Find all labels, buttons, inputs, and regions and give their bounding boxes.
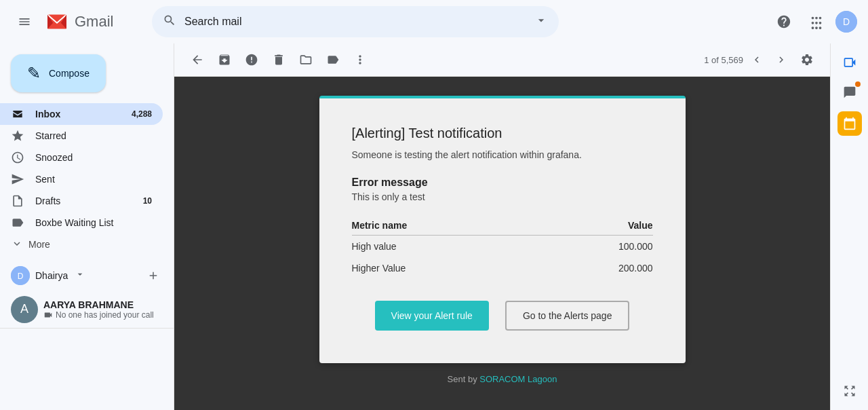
email-body: [Alerting] Test notification Someone is … [174,77,830,410]
topbar-left: Gmail [11,8,146,35]
table-row: High value100.000 [352,236,653,258]
settings-button[interactable] [795,49,819,71]
add-account-button[interactable] [144,266,163,285]
sidebar: ✎ Compose Inbox 4,288 Starred Snoozed [0,43,174,410]
more-options-button[interactable] [348,49,372,71]
error-label: Error message [352,176,653,189]
email-list-item[interactable]: A AARYA BRAHMANE No one has joined your … [0,291,174,329]
chat-button[interactable] [836,79,863,106]
gmail-wordmark: Gmail [75,13,113,31]
prev-page-button[interactable] [746,49,768,71]
sidebar-item-boxbe[interactable]: Boxbe Waiting List [0,212,163,234]
sidebar-item-snoozed[interactable]: Snoozed [0,147,163,168]
inbox-label: Inbox [35,109,121,119]
sidebar-item-inbox[interactable]: Inbox 4,288 [0,103,163,125]
drafts-label: Drafts [35,195,132,206]
meet-button[interactable] [836,49,863,76]
expand-button[interactable] [836,377,863,405]
email-preview: No one has joined your call [43,310,163,320]
sidebar-item-starred[interactable]: Starred [0,125,163,147]
user-name: Dhairya [35,270,68,281]
email-sender-avatar: A [11,296,38,323]
sent-by-link[interactable]: SORACOM Lagoon [479,374,557,384]
metric-value-cell: 100.000 [538,236,653,258]
more-label: More [28,239,50,250]
content-area: 1 of 5,569 [Alerting] Test notification … [174,43,830,410]
drafts-badge: 10 [143,196,152,206]
email-sender-name: AARYA BRAHMANE [43,299,163,310]
compose-plus-icon: ✎ [27,65,41,81]
main-layout: ✎ Compose Inbox 4,288 Starred Snoozed [0,43,868,410]
btn-row: View your Alert rule Go to the Alerts pa… [352,301,653,331]
topbar: Gmail Search mail D [0,0,868,43]
label-icon [11,216,24,229]
topbar-right: D [770,8,857,35]
chevron-right-icon [11,238,23,252]
user-avatar: D [11,266,30,285]
more-section[interactable]: More [0,234,174,255]
move-to-button[interactable] [294,49,318,71]
calendar-button[interactable] [837,111,862,136]
back-button[interactable] [185,49,210,71]
metrics-table: Metric name Value High value100.000Highe… [352,216,653,279]
delete-button[interactable] [267,49,291,71]
star-icon [11,129,24,143]
email-info: AARYA BRAHMANE No one has joined your ca… [43,299,163,320]
metric-name-cell: High value [352,236,538,258]
sidebar-item-sent[interactable]: Sent [0,168,163,190]
send-icon [11,172,24,186]
go-to-alerts-button[interactable]: Go to the Alerts page [505,301,630,331]
search-dropdown-icon[interactable] [534,14,548,30]
inbox-icon [11,107,24,121]
error-section: Error message This is only a test [352,176,653,202]
apps-button[interactable] [803,8,830,35]
view-alert-rule-button[interactable]: View your Alert rule [375,301,489,331]
table-row: Higher Value200.000 [352,257,653,279]
report-spam-button[interactable] [239,49,264,71]
inbox-badge: 4,288 [132,109,152,119]
sidebar-item-drafts[interactable]: Drafts 10 [0,190,163,212]
starred-label: Starred [35,130,152,141]
search-input[interactable]: Search mail [184,16,526,28]
video-icon [43,310,53,320]
email-title: [Alerting] Test notification [352,126,653,141]
error-value: This is only a test [352,191,653,202]
help-button[interactable] [770,8,797,35]
search-icon [163,14,176,30]
metric-name-cell: Higher Value [352,257,538,279]
right-panel [830,43,868,410]
clock-icon [11,151,24,164]
archive-button[interactable] [212,49,237,71]
email-body-inner: [Alerting] Test notification Someone is … [174,77,830,410]
next-page-button[interactable] [770,49,792,71]
compose-button[interactable]: ✎ Compose [11,54,106,92]
svg-text:D: D [18,272,24,281]
sent-label: Sent [35,174,152,185]
menu-button[interactable] [11,8,38,35]
user-section: D Dhairya [0,261,174,291]
email-card: [Alerting] Test notification Someone is … [319,96,686,363]
compose-label: Compose [49,68,90,79]
avatar[interactable]: D [835,11,857,33]
snoozed-label: Snoozed [35,152,152,163]
gmail-logo: Gmail [43,12,113,31]
col-metric-name: Metric name [352,216,538,236]
email-toolbar: 1 of 5,569 [174,43,830,77]
sent-by: Sent by SORACOM Lagoon [448,374,557,384]
draft-icon [11,194,24,208]
search-bar[interactable]: Search mail [152,6,559,37]
metric-value-cell: 200.000 [538,257,653,279]
labels-button[interactable] [321,49,345,71]
boxbe-label: Boxbe Waiting List [35,217,152,228]
svg-text:D: D [843,16,850,27]
pagination-info: 1 of 5,569 [704,55,743,65]
email-description: Someone is testing the alert notificatio… [352,149,653,160]
dropdown-icon [75,269,85,282]
col-value: Value [538,216,653,236]
